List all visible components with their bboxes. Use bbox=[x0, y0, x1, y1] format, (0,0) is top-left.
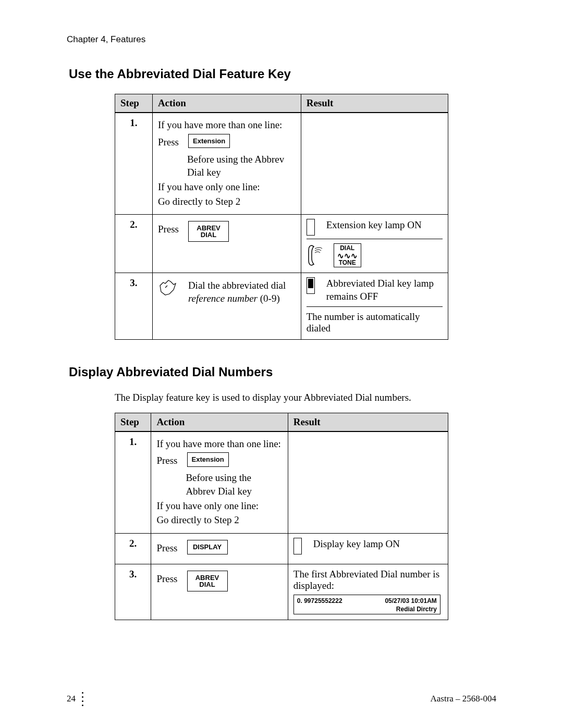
handset-icon bbox=[307, 243, 324, 267]
table-row: 3. Press ABREV DIAL The first Abbreviate… bbox=[115, 564, 448, 620]
cell-step: 3. bbox=[115, 273, 153, 339]
extension-key-icon: Extension bbox=[187, 452, 229, 467]
action-text: Before using the Abbrev Dial key bbox=[187, 153, 296, 179]
th-result: Result bbox=[288, 413, 448, 431]
cell-step: 2. bbox=[115, 215, 153, 273]
lamp-icon bbox=[293, 538, 302, 554]
footer-doc-id: Aastra – 2568-004 bbox=[430, 694, 496, 704]
cell-step: 1. bbox=[115, 113, 153, 215]
divider bbox=[307, 306, 443, 307]
document-page: Chapter 4, Features Use the Abbreviated … bbox=[0, 0, 563, 728]
section-intro: The Display feature key is used to displ… bbox=[115, 392, 496, 403]
tone-label: TONE bbox=[337, 260, 358, 266]
action-text: Press bbox=[156, 571, 177, 587]
text-italic: reference number bbox=[188, 293, 258, 304]
display-key-icon: DISPLAY bbox=[187, 540, 228, 554]
cell-result: Abbreviated Dial key lamp remains OFF Th… bbox=[301, 273, 448, 339]
lcd-number: 0. 99725552222 bbox=[297, 597, 342, 604]
cell-result bbox=[301, 113, 448, 215]
cell-action: Press ABREV DIAL bbox=[152, 215, 301, 273]
cell-action: Press ABREV DIAL bbox=[151, 564, 288, 620]
action-text: If you have only one line: bbox=[156, 499, 282, 513]
result-text: The first Abbreviated Dial number is dis… bbox=[293, 569, 443, 591]
action-text: Press bbox=[156, 540, 177, 557]
table-row: 2. Press DISPLAY Display key lamp ON bbox=[115, 533, 448, 564]
key-label: DIAL bbox=[201, 231, 216, 239]
cell-result bbox=[288, 431, 448, 534]
key-label: DIAL bbox=[199, 581, 215, 588]
action-text: Go directly to Step 2 bbox=[158, 195, 296, 208]
action-text: If you have more than one line: bbox=[156, 437, 282, 451]
lcd-softkeys: Redial Dirctry bbox=[297, 606, 437, 613]
page-number: 24 bbox=[67, 694, 76, 704]
action-text: Dial the abbreviated dial reference numb… bbox=[188, 279, 296, 305]
cell-step: 1. bbox=[115, 431, 151, 534]
cell-action: Dial the abbreviated dial reference numb… bbox=[152, 273, 301, 339]
abrev-dial-key-icon: ABREV DIAL bbox=[187, 571, 228, 591]
footer-dots-icon bbox=[82, 692, 83, 706]
table-row: 2. Press ABREV DIAL Extension key lamp O… bbox=[115, 215, 448, 273]
cell-step: 2. bbox=[115, 533, 151, 564]
table-display-abbrev: Step Action Result 1. If you have more t… bbox=[115, 413, 448, 620]
chapter-header: Chapter 4, Features bbox=[67, 34, 496, 45]
result-text: Display key lamp ON bbox=[313, 538, 443, 551]
page-footer: 24 Aastra – 2568-004 bbox=[67, 692, 496, 704]
tone-label: DIAL bbox=[337, 245, 358, 252]
action-text: Press bbox=[158, 221, 179, 238]
lamp-icon bbox=[307, 219, 315, 236]
lcd-display-icon: 0. 99725552222 05/27/03 10:01AM Redial D… bbox=[293, 595, 440, 614]
wavy-icon: ∿∿∿ bbox=[337, 252, 358, 260]
th-step: Step bbox=[115, 413, 151, 431]
action-text: Before using the Abbrev Dial key bbox=[186, 471, 282, 498]
cell-action: If you have more than one line: Press Ex… bbox=[152, 113, 301, 215]
action-text: Press bbox=[158, 134, 179, 151]
result-text: Extension key lamp ON bbox=[326, 219, 443, 232]
lcd-timestamp: 05/27/03 10:01AM bbox=[385, 597, 436, 604]
text: Dial the abbreviated dial bbox=[188, 280, 286, 291]
result-text: The number is automatically dialed bbox=[307, 311, 443, 334]
lamp-icon bbox=[307, 277, 315, 294]
cell-result: The first Abbreviated Dial number is dis… bbox=[288, 564, 448, 620]
divider bbox=[307, 239, 443, 239]
table-row: 1. If you have more than one line: Press… bbox=[115, 431, 448, 534]
th-action: Action bbox=[151, 413, 288, 431]
cell-step: 3. bbox=[115, 564, 151, 620]
section-heading-display-abbrev: Display Abbreviated Dial Numbers bbox=[69, 365, 496, 379]
cell-result: Extension key lamp ON DIAL ∿∿∿ bbox=[301, 215, 448, 273]
action-text: Press bbox=[156, 452, 177, 469]
cell-action: If you have more than one line: Press Ex… bbox=[151, 431, 288, 534]
th-result: Result bbox=[301, 94, 448, 113]
action-text: Go directly to Step 2 bbox=[156, 513, 282, 527]
abrev-dial-key-icon: ABREV DIAL bbox=[188, 221, 229, 242]
section-heading-use-abbrev: Use the Abbreviated Dial Feature Key bbox=[69, 67, 496, 81]
extension-key-icon: Extension bbox=[188, 134, 230, 149]
result-text: Abbreviated Dial key lamp remains OFF bbox=[326, 277, 443, 303]
action-text: If you have more than one line: bbox=[158, 118, 296, 132]
dial-tone-icon: DIAL ∿∿∿ TONE bbox=[334, 243, 361, 267]
th-action: Action bbox=[152, 94, 301, 113]
action-text: If you have only one line: bbox=[158, 180, 296, 194]
table-row: 1. If you have more than one line: Press… bbox=[115, 113, 448, 215]
th-step: Step bbox=[115, 94, 153, 113]
cell-action: Press DISPLAY bbox=[151, 533, 288, 564]
cell-result: Display key lamp ON bbox=[288, 533, 448, 564]
hand-dial-icon bbox=[158, 279, 179, 298]
table-use-abbrev: Step Action Result 1. If you have more t… bbox=[115, 94, 448, 340]
table-row: 3. Dial the abbreviated dial reference n… bbox=[115, 273, 448, 339]
text: (0-9) bbox=[258, 293, 280, 304]
